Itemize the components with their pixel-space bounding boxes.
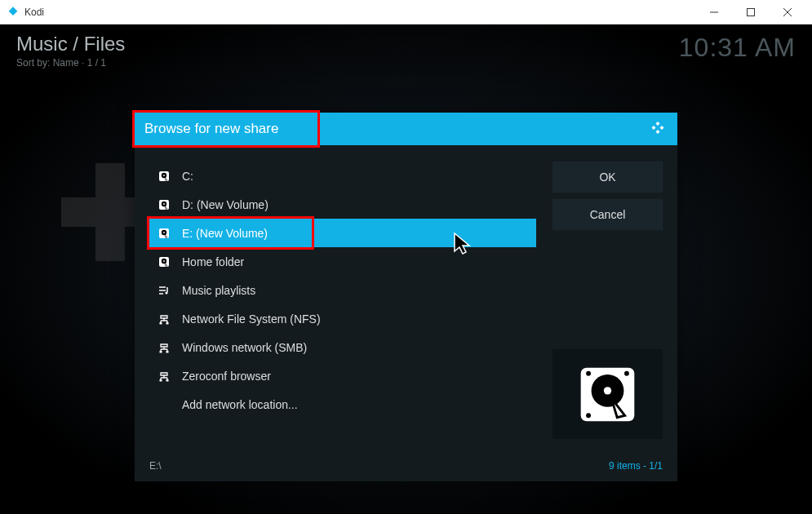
list-item[interactable]: Windows network (SMB) bbox=[149, 333, 536, 361]
svg-point-6 bbox=[163, 203, 165, 205]
dialog-header: Browse for new share bbox=[135, 113, 677, 145]
preview-thumbnail bbox=[552, 349, 663, 439]
harddisk-icon bbox=[158, 198, 171, 211]
cancel-button[interactable]: Cancel bbox=[552, 199, 663, 230]
list-item-label: D: (New Volume) bbox=[182, 198, 268, 211]
svg-rect-16 bbox=[160, 351, 162, 353]
list-item-label: Home folder bbox=[182, 255, 244, 268]
minimize-button[interactable] bbox=[695, 1, 732, 24]
kodi-app-icon bbox=[7, 6, 20, 19]
window-controls bbox=[695, 1, 805, 24]
close-button[interactable] bbox=[769, 1, 805, 24]
list-item-label: Network File System (NFS) bbox=[182, 312, 321, 326]
source-list-panel: C:D: (New Volume)E: (New Volume)Home fol… bbox=[149, 162, 536, 439]
breadcrumb-path: Music / Files bbox=[16, 33, 125, 55]
svg-point-9 bbox=[163, 232, 165, 233]
list-item[interactable]: Home folder bbox=[149, 247, 536, 276]
list-item[interactable]: Network File System (NFS) bbox=[149, 304, 536, 333]
list-item-label: C: bbox=[182, 170, 193, 183]
svg-rect-19 bbox=[166, 379, 169, 382]
svg-rect-18 bbox=[160, 379, 162, 382]
maximize-button[interactable] bbox=[732, 1, 769, 24]
harddisk-icon bbox=[577, 364, 638, 425]
dialog-footer: E:\ 9 items - 1/1 bbox=[135, 455, 677, 481]
footer-count: 9 items - 1/1 bbox=[609, 460, 663, 472]
clock: 10:31 AM bbox=[679, 33, 796, 63]
list-item[interactable]: Zeroconf browser bbox=[149, 361, 536, 390]
kodi-logo-icon bbox=[648, 119, 668, 139]
breadcrumb: Music / Files Sort by: Name · 1 / 1 bbox=[16, 33, 125, 69]
blank-icon bbox=[158, 398, 171, 411]
svg-point-23 bbox=[586, 413, 591, 418]
sort-info: Sort by: Name · 1 / 1 bbox=[16, 57, 125, 69]
ok-button[interactable]: OK bbox=[552, 162, 663, 193]
list-item-label: Zeroconf browser bbox=[182, 370, 271, 383]
list-item-label: Add network location... bbox=[182, 398, 298, 411]
svg-rect-15 bbox=[166, 322, 169, 325]
dialog-body: C:D: (New Volume)E: (New Volume)Home fol… bbox=[135, 145, 677, 455]
list-item[interactable]: E: (New Volume) bbox=[149, 219, 536, 247]
list-item-label: E: (New Volume) bbox=[182, 227, 268, 240]
dialog-title: Browse for new share bbox=[144, 121, 278, 137]
harddisk-icon bbox=[158, 227, 171, 240]
list-item[interactable]: C: bbox=[149, 162, 536, 190]
network-icon bbox=[158, 370, 171, 383]
network-icon bbox=[158, 341, 171, 354]
svg-rect-0 bbox=[747, 8, 754, 16]
svg-point-22 bbox=[604, 387, 611, 394]
svg-point-12 bbox=[163, 260, 165, 262]
svg-point-3 bbox=[163, 175, 165, 176]
list-item[interactable]: Add network location... bbox=[149, 390, 536, 419]
playlist-icon bbox=[158, 284, 171, 297]
svg-rect-17 bbox=[166, 351, 169, 353]
svg-point-13 bbox=[165, 291, 167, 294]
list-item-label: Windows network (SMB) bbox=[182, 341, 307, 354]
network-icon bbox=[158, 312, 171, 326]
harddisk-icon bbox=[158, 170, 171, 183]
browse-dialog: Browse for new share C:D: (New Volume)E:… bbox=[135, 113, 677, 481]
svg-point-24 bbox=[624, 370, 629, 375]
list-item[interactable]: D: (New Volume) bbox=[149, 190, 536, 219]
svg-point-25 bbox=[586, 370, 591, 375]
kodi-background: Music / Files Sort by: Name · 1 / 1 10:3… bbox=[0, 24, 812, 514]
window-titlebar: Kodi bbox=[0, 0, 812, 24]
harddisk-icon bbox=[158, 255, 171, 268]
footer-path: E:\ bbox=[149, 460, 162, 472]
window-title: Kodi bbox=[24, 7, 695, 18]
list-item[interactable]: Music playlists bbox=[149, 276, 536, 304]
dialog-side-panel: OK Cancel bbox=[552, 162, 663, 439]
source-list: C:D: (New Volume)E: (New Volume)Home fol… bbox=[149, 162, 536, 439]
list-item-label: Music playlists bbox=[182, 284, 255, 297]
svg-rect-14 bbox=[160, 322, 162, 325]
